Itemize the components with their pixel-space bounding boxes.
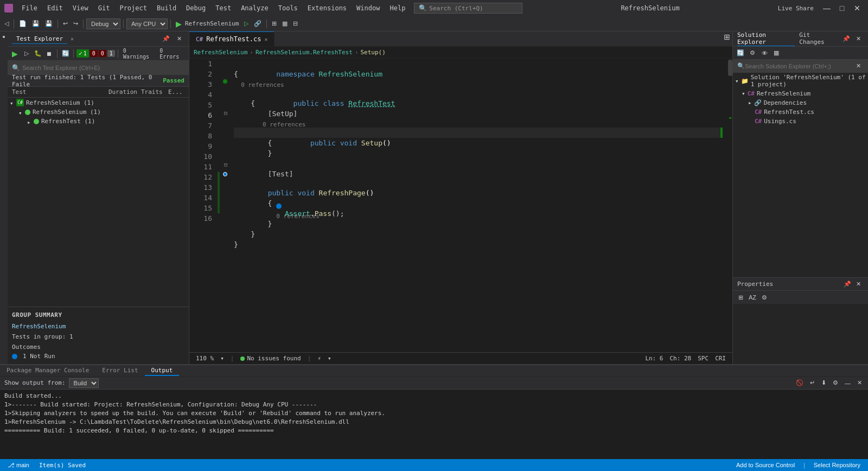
- toolbar-undo[interactable]: ↩: [61, 18, 70, 30]
- scrollbar-thumb[interactable]: [728, 60, 732, 76]
- solution-search: 🔍 ✕: [733, 60, 868, 73]
- toolbar-redo[interactable]: ↪: [71, 18, 80, 30]
- output-line-2: 1>------- Build started: Project: Refres…: [4, 400, 864, 409]
- props-pin-btn[interactable]: 📌: [842, 279, 853, 290]
- menu-edit[interactable]: Edit: [43, 3, 67, 13]
- toolbar-misc-3[interactable]: ⊟: [291, 18, 300, 30]
- encoding-label: SPC: [698, 355, 709, 362]
- menu-file[interactable]: File: [17, 3, 42, 13]
- test-run-status: Test run finished: 1 Tests (1 Passed, 0 …: [12, 74, 159, 88]
- sol-item-usings[interactable]: C# Usings.cs: [746, 117, 868, 126]
- run-debug-button[interactable]: ▷: [242, 18, 251, 30]
- branch-dropdown[interactable]: ▾: [328, 355, 331, 362]
- sol-preview-btn[interactable]: ▦: [771, 48, 782, 59]
- tree-item-2[interactable]: ▸ RefreshTest (1): [8, 117, 189, 126]
- panel-pin-btn[interactable]: 📌: [161, 34, 171, 44]
- sol-item-refreshtest[interactable]: C# RefreshTest.cs: [746, 107, 868, 117]
- run-all-tests-btn[interactable]: ▶: [10, 48, 20, 59]
- solution-explorer-tab[interactable]: Solution Explorer: [737, 31, 795, 46]
- bottom-tab-errors[interactable]: Error List: [95, 365, 144, 376]
- debug-config-dropdown[interactable]: Debug: [86, 18, 120, 29]
- select-repository-btn[interactable]: Select Repository: [810, 459, 864, 471]
- menu-test[interactable]: Test: [211, 3, 235, 13]
- refresh-tests-btn[interactable]: 🔄: [60, 48, 71, 59]
- tree-item-1[interactable]: ▾ RefreshSelenium (1): [8, 107, 189, 117]
- props-custom-btn[interactable]: ⚙: [759, 292, 770, 303]
- close-button[interactable]: ✕: [851, 3, 864, 14]
- bottom-tab-package[interactable]: Package Manager Console: [0, 365, 95, 376]
- output-word-wrap-btn[interactable]: ↵: [808, 379, 816, 387]
- menu-build[interactable]: Build: [152, 3, 181, 13]
- attach-debugger[interactable]: 🔗: [252, 18, 264, 30]
- test-explorer-tab-close[interactable]: ✕: [71, 36, 74, 42]
- props-sort-btn[interactable]: ⊞: [735, 292, 746, 303]
- sol-pin-btn[interactable]: 📌: [841, 34, 851, 44]
- props-close-btn[interactable]: ✕: [853, 279, 864, 290]
- menu-help[interactable]: Help: [385, 3, 410, 13]
- window-controls[interactable]: — □ ✕: [820, 3, 864, 14]
- panel-close-btn[interactable]: ✕: [174, 34, 184, 44]
- output-close-btn[interactable]: ✕: [856, 379, 864, 387]
- run-selected-tests-btn[interactable]: ▷: [21, 48, 31, 59]
- editor-tab-close[interactable]: ✕: [264, 36, 267, 42]
- breadcrumb-method[interactable]: Setup(): [360, 49, 385, 56]
- add-source-control-btn[interactable]: Add to Source Control: [733, 459, 798, 471]
- editor-panel-btn[interactable]: ⊞: [722, 31, 732, 42]
- breadcrumb-namespace[interactable]: RefreshSelenium: [194, 49, 247, 56]
- sol-close-btn[interactable]: ✕: [853, 34, 864, 44]
- code-editor[interactable]: namespace RefreshSelenium { 0 references…: [229, 59, 727, 352]
- sol-refresh-btn[interactable]: 🔄: [735, 48, 746, 59]
- menu-view[interactable]: View: [68, 3, 93, 13]
- output-source-dropdown[interactable]: Build: [69, 378, 99, 388]
- menu-extensions[interactable]: Extensions: [303, 3, 351, 13]
- platform-dropdown[interactable]: Any CPU: [126, 18, 168, 29]
- maximize-button[interactable]: □: [835, 3, 848, 14]
- debug-tests-btn[interactable]: 🐛: [33, 48, 43, 59]
- output-settings-btn[interactable]: ⚙: [831, 379, 840, 387]
- sol-item-project[interactable]: ▾ C# RefreshSelenium: [739, 89, 868, 98]
- menu-bar[interactable]: File Edit View Git Project Build Debug T…: [17, 3, 410, 13]
- test-explorer-tab[interactable]: Test Explorer: [12, 34, 67, 44]
- git-status-btn[interactable]: ⎇ main: [4, 459, 33, 471]
- test-explorer-tab-bar: Test Explorer ✕ 📌 ✕: [8, 31, 189, 47]
- minimize-button[interactable]: —: [820, 3, 833, 14]
- menu-tools[interactable]: Tools: [274, 3, 302, 13]
- bottom-tab-output[interactable]: Output: [145, 365, 180, 376]
- solution-tree: ▾ 📁 Solution 'RefreshSelenium' (1 of 1 p…: [733, 73, 868, 277]
- output-clear-btn[interactable]: 🚫: [794, 379, 805, 387]
- editor-tab-refreshtest[interactable]: C# RefreshTest.cs ✕: [189, 31, 275, 46]
- sol-search-input[interactable]: [745, 63, 853, 69]
- toolbar-misc-2[interactable]: ▦: [280, 18, 290, 30]
- sol-item-dependencies[interactable]: ▸ 🔗 Dependencies: [746, 98, 868, 107]
- output-minimize-btn[interactable]: —: [843, 379, 852, 387]
- props-sort-alpha-btn[interactable]: AZ: [747, 292, 758, 303]
- menu-git[interactable]: Git: [94, 3, 114, 13]
- sol-properties-btn[interactable]: ⚙: [747, 48, 758, 59]
- toolbar-misc-1[interactable]: ⊞: [270, 18, 279, 30]
- properties-title: Properties: [737, 281, 773, 288]
- toolbar-back[interactable]: ◁: [2, 18, 11, 30]
- menu-debug[interactable]: Debug: [182, 3, 210, 13]
- zoom-dropdown[interactable]: ▾: [220, 355, 224, 362]
- menu-project[interactable]: Project: [115, 3, 151, 13]
- breadcrumb-class[interactable]: RefreshSelenium.RefreshTest: [256, 49, 353, 56]
- fold-icon-3: ⊟: [224, 110, 227, 116]
- toolbar-open-file[interactable]: 📄: [17, 18, 29, 30]
- menu-analyze[interactable]: Analyze: [237, 3, 273, 13]
- sol-search-clear[interactable]: ✕: [853, 61, 864, 72]
- live-share-label[interactable]: Live Share: [778, 5, 814, 12]
- sol-item-solution[interactable]: ▾ 📁 Solution 'RefreshSelenium' (1 of 1 p…: [733, 73, 868, 89]
- stop-tests-btn[interactable]: ⏹: [44, 48, 54, 59]
- toolbar-save[interactable]: 💾: [30, 18, 42, 30]
- toolbar-save-all[interactable]: 💾: [43, 18, 55, 30]
- test-search-input[interactable]: [22, 65, 184, 71]
- tree-item-0[interactable]: ▾ C# RefreshSelenium (1): [8, 98, 189, 107]
- output-auto-scroll-btn[interactable]: ⬇: [820, 379, 828, 387]
- search-placeholder: Search (Ctrl+Q): [429, 5, 483, 12]
- sol-show-all-btn[interactable]: 👁: [759, 48, 770, 59]
- run-button[interactable]: ▶: [174, 20, 184, 28]
- search-box[interactable]: 🔍 Search (Ctrl+Q): [414, 3, 522, 14]
- git-changes-tab[interactable]: Git Changes: [799, 31, 837, 46]
- editor-scrollbar[interactable]: [727, 59, 732, 352]
- menu-window[interactable]: Window: [352, 3, 384, 13]
